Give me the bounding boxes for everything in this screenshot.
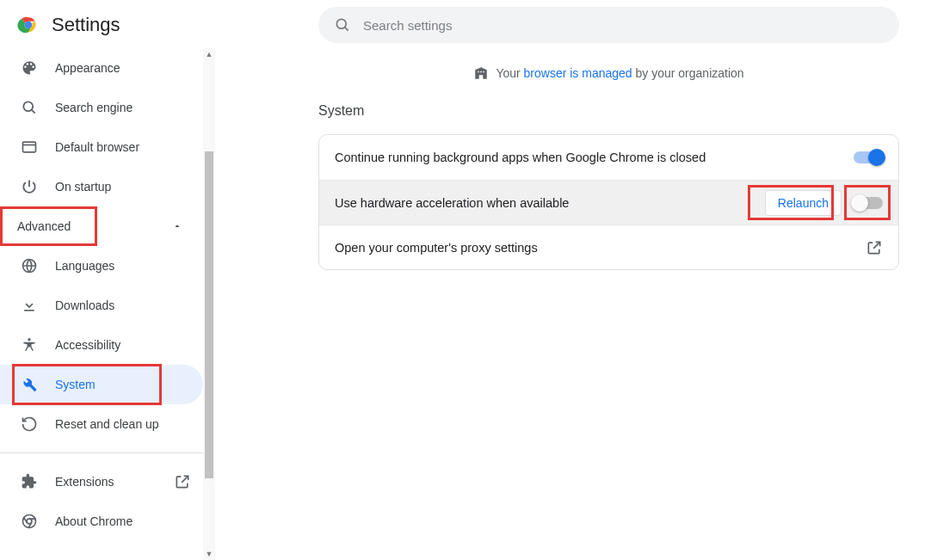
- scrollbar[interactable]: ▲ ▼: [203, 48, 215, 560]
- main-content: Your browser is managed by your organiza…: [215, 0, 925, 560]
- globe-icon: [21, 257, 38, 274]
- sidebar-item-label: Search engine: [55, 101, 133, 114]
- managed-text: Your browser is managed by your organiza…: [496, 66, 743, 80]
- sidebar-item-label: Default browser: [55, 140, 139, 154]
- sidebar-item-search-engine[interactable]: Search engine: [0, 88, 203, 127]
- svg-point-3: [23, 102, 33, 111]
- external-link-icon: [866, 239, 883, 256]
- setting-row-proxy[interactable]: Open your computer's proxy settings: [319, 225, 898, 269]
- chrome-logo-icon: [17, 14, 40, 36]
- sidebar-item-label: About Chrome: [55, 514, 133, 528]
- toggle-hardware-accel[interactable]: [854, 197, 883, 209]
- scroll-down-icon[interactable]: ▼: [203, 548, 215, 560]
- sidebar-item-appearance[interactable]: Appearance: [0, 48, 203, 88]
- svg-point-9: [28, 338, 30, 341]
- sidebar-item-label: Appearance: [55, 61, 120, 75]
- setting-label: Use hardware acceleration when available: [335, 196, 753, 210]
- sidebar-item-default-browser[interactable]: Default browser: [0, 127, 203, 167]
- setting-label: Open your computer's proxy settings: [335, 241, 854, 255]
- divider: [0, 452, 203, 453]
- sidebar-item-reset[interactable]: Reset and clean up: [0, 404, 203, 444]
- sidebar-item-languages[interactable]: Languages: [0, 246, 203, 286]
- setting-row-hardware-accel: Use hardware acceleration when available…: [319, 180, 898, 225]
- search-icon: [21, 99, 38, 116]
- managed-banner: Your browser is managed by your organiza…: [318, 65, 899, 81]
- svg-point-12: [336, 19, 346, 28]
- building-icon: [473, 65, 489, 81]
- sidebar-scroll: Appearance Search engine Default browser…: [0, 48, 215, 560]
- sidebar-item-label: Reset and clean up: [55, 417, 159, 431]
- advanced-label: Advanced: [17, 219, 71, 233]
- sidebar-item-accessibility[interactable]: Accessibility: [0, 325, 203, 365]
- sidebar-header: Settings: [0, 0, 215, 48]
- external-link-icon: [174, 473, 191, 490]
- sidebar-item-label: System: [55, 378, 96, 391]
- power-icon: [21, 178, 38, 195]
- search-settings-box[interactable]: [318, 7, 899, 43]
- page-title: Settings: [52, 14, 120, 36]
- search-icon: [334, 16, 351, 34]
- svg-line-4: [32, 110, 35, 114]
- sidebar-item-label: On startup: [55, 180, 111, 194]
- svg-rect-8: [24, 310, 34, 311]
- relaunch-button[interactable]: Relaunch: [765, 190, 842, 216]
- palette-icon: [21, 59, 38, 77]
- sidebar-item-downloads[interactable]: Downloads: [0, 286, 203, 325]
- sidebar-item-about-chrome[interactable]: About Chrome: [0, 502, 203, 541]
- setting-label: Continue running background apps when Go…: [335, 151, 842, 164]
- toggle-background-apps[interactable]: [854, 151, 883, 163]
- setting-row-background-apps: Continue running background apps when Go…: [319, 135, 898, 180]
- extension-icon: [21, 473, 38, 490]
- search-input[interactable]: [363, 18, 884, 33]
- sidebar-item-label: Extensions: [55, 475, 114, 489]
- sidebar-section-advanced[interactable]: Advanced: [0, 206, 203, 246]
- scrollbar-thumb[interactable]: [205, 151, 213, 478]
- scroll-up-icon[interactable]: ▲: [203, 48, 215, 60]
- download-icon: [21, 297, 38, 314]
- settings-card: Continue running background apps when Go…: [318, 134, 899, 270]
- wrench-icon: [21, 376, 38, 393]
- sidebar-item-label: Languages: [55, 259, 114, 273]
- browser-icon: [21, 138, 38, 156]
- sidebar-item-system[interactable]: System: [0, 365, 203, 404]
- svg-rect-5: [23, 142, 36, 152]
- chrome-icon: [21, 513, 38, 530]
- sidebar: Settings Appearance Search engine Defaul…: [0, 0, 215, 560]
- sidebar-item-extensions[interactable]: Extensions: [0, 462, 203, 502]
- sidebar-item-on-startup[interactable]: On startup: [0, 167, 203, 206]
- restore-icon: [21, 415, 38, 433]
- managed-link[interactable]: browser is managed: [524, 66, 632, 80]
- svg-line-13: [345, 28, 348, 31]
- section-heading: System: [318, 103, 899, 119]
- sidebar-item-label: Accessibility: [55, 338, 120, 352]
- accessibility-icon: [21, 336, 38, 354]
- sidebar-item-label: Downloads: [55, 298, 114, 312]
- chevron-up-icon: [172, 221, 182, 231]
